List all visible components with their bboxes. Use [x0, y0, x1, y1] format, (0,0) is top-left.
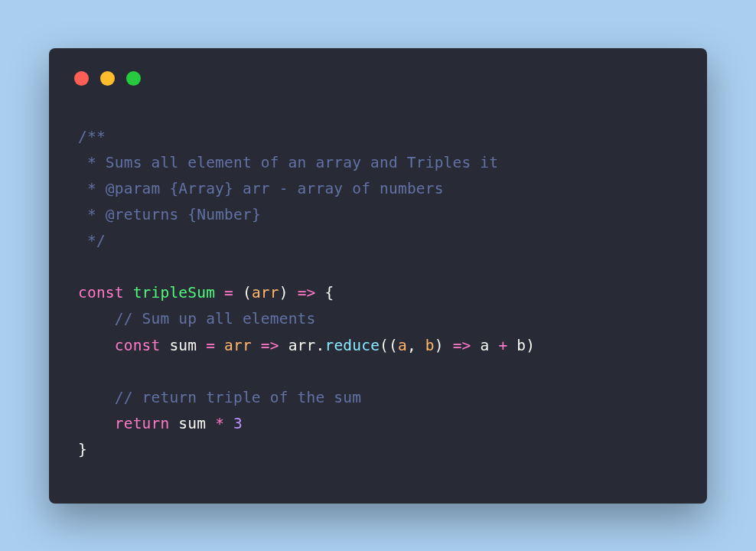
jsdoc-open: /**	[78, 128, 106, 145]
jsdoc-returns-type: {Number}	[187, 206, 261, 223]
jsdoc-description: * Sums all element of an array and Tripl…	[78, 154, 498, 171]
function-param: arr	[252, 284, 279, 302]
close-icon[interactable]	[74, 71, 89, 86]
number-literal: 3	[233, 415, 243, 432]
inline-comment-1: // Sum up all elements	[115, 310, 316, 328]
traffic-lights	[74, 71, 678, 86]
jsdoc-param-prefix: *	[78, 180, 106, 197]
variable-sum: sum	[169, 337, 197, 354]
jsdoc-param-desc: arr - array of numbers	[233, 180, 444, 197]
function-name: tripleSum	[133, 284, 215, 302]
minimize-icon[interactable]	[100, 71, 115, 86]
multiply-operator: *	[215, 415, 224, 432]
jsdoc-close: */	[78, 232, 106, 249]
code-block: /** * Sums all element of an array and T…	[78, 124, 678, 464]
const-keyword-2: const	[115, 337, 161, 354]
jsdoc-param-tag: @param	[106, 180, 161, 197]
jsdoc-param-type: {Array}	[169, 180, 233, 197]
maximize-icon[interactable]	[126, 71, 141, 86]
code-window: /** * Sums all element of an array and T…	[49, 48, 707, 504]
jsdoc-returns-tag: @returns	[106, 206, 179, 223]
reduce-method: reduce	[324, 337, 380, 354]
inline-comment-2: // return triple of the sum	[115, 389, 361, 406]
const-keyword: const	[78, 284, 124, 302]
closing-brace: }	[78, 441, 87, 458]
return-keyword: return	[115, 415, 170, 432]
arrow-operator: =>	[288, 284, 325, 302]
